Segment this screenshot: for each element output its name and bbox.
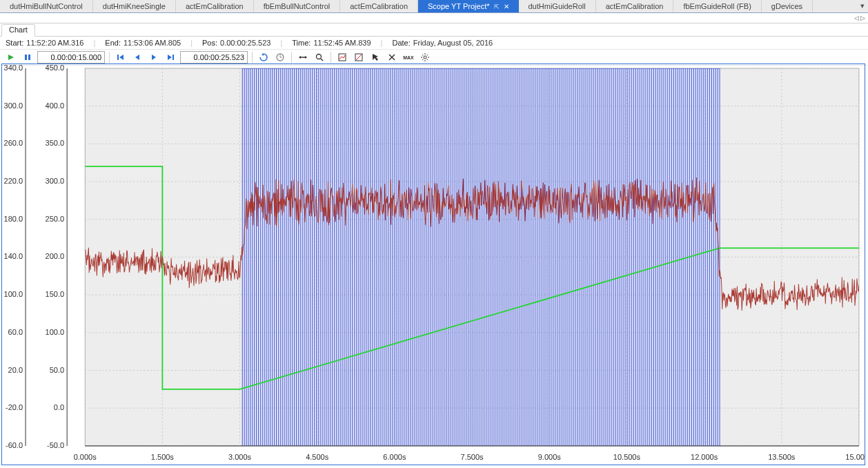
doc-tab[interactable]: gDevices bbox=[762, 0, 813, 12]
doc-tab[interactable]: fbEmGuideRoll (FB) bbox=[673, 0, 761, 12]
svg-line-29 bbox=[422, 55, 423, 55]
tab-overflow-button[interactable]: ▾ bbox=[857, 0, 868, 12]
svg-text:12.000s: 12.000s bbox=[691, 453, 718, 461]
svg-text:7.500s: 7.500s bbox=[461, 453, 484, 461]
skip-end-button[interactable] bbox=[164, 50, 177, 64]
svg-point-24 bbox=[424, 56, 426, 59]
tab-chart[interactable]: Chart bbox=[1, 24, 35, 37]
close-icon[interactable]: ✕ bbox=[504, 3, 509, 10]
pos-label: Pos: bbox=[202, 39, 217, 47]
svg-text:-50.0: -50.0 bbox=[47, 441, 64, 449]
document-tabstrip: dutHmiBullNutControldutHmiKneeSingleactE… bbox=[0, 0, 868, 13]
svg-rect-3 bbox=[117, 55, 119, 60]
svg-text:-60.0: -60.0 bbox=[6, 441, 23, 449]
svg-text:100.0: 100.0 bbox=[4, 290, 23, 298]
play-button[interactable] bbox=[4, 50, 18, 64]
svg-text:450.0: 450.0 bbox=[46, 64, 65, 72]
svg-text:13.500s: 13.500s bbox=[768, 453, 796, 461]
svg-text:60.0: 60.0 bbox=[8, 328, 23, 336]
svg-text:140.0: 140.0 bbox=[4, 252, 23, 260]
svg-marker-21 bbox=[373, 54, 378, 61]
step-forward-button[interactable] bbox=[147, 50, 161, 64]
svg-marker-7 bbox=[168, 55, 172, 60]
svg-marker-15 bbox=[305, 56, 307, 59]
skip-start-button[interactable] bbox=[114, 50, 128, 64]
svg-text:180.0: 180.0 bbox=[4, 215, 23, 223]
svg-text:4.500s: 4.500s bbox=[306, 453, 329, 461]
svg-marker-9 bbox=[262, 53, 264, 56]
pin-icon[interactable]: ⇱ bbox=[494, 3, 500, 10]
nav-prev-icon[interactable]: ◁ bbox=[854, 14, 859, 21]
zoom-fit-button[interactable] bbox=[313, 50, 326, 64]
svg-text:6.000s: 6.000s bbox=[383, 453, 406, 461]
svg-marker-4 bbox=[119, 55, 124, 60]
svg-text:400.0: 400.0 bbox=[46, 101, 65, 110]
date-label: Date: bbox=[392, 39, 410, 47]
svg-line-31 bbox=[427, 55, 428, 55]
svg-marker-6 bbox=[152, 55, 156, 60]
end-label: End: bbox=[105, 39, 121, 47]
svg-text:3.000s: 3.000s bbox=[228, 453, 252, 461]
start-value: 11:52:20 AM.316 bbox=[26, 39, 83, 47]
date-value: Friday, August 05, 2016 bbox=[413, 39, 493, 47]
doc-tab[interactable]: actEmCalibration bbox=[340, 0, 418, 12]
svg-text:220.0: 220.0 bbox=[4, 177, 23, 185]
doc-tab[interactable]: actEmCalibration bbox=[176, 0, 254, 12]
pause-button[interactable] bbox=[21, 50, 34, 64]
nav-next-icon[interactable]: ▷ bbox=[860, 14, 865, 21]
svg-text:15.000s: 15.000s bbox=[845, 453, 865, 461]
clock-button[interactable] bbox=[273, 50, 287, 64]
svg-rect-8 bbox=[172, 55, 174, 60]
start-label: Start: bbox=[6, 39, 23, 47]
svg-text:340.0: 340.0 bbox=[4, 64, 23, 72]
svg-rect-1 bbox=[25, 55, 27, 60]
svg-text:0.0: 0.0 bbox=[54, 403, 64, 411]
step-back-button[interactable] bbox=[130, 50, 144, 64]
subtab-row: Chart bbox=[0, 23, 868, 37]
doc-tab[interactable]: actEmCalibration bbox=[596, 0, 674, 12]
time-label: Time: bbox=[292, 39, 310, 47]
doc-tab[interactable]: dutHmiKneeSingle bbox=[93, 0, 176, 12]
chart-mode-2-button[interactable] bbox=[352, 50, 366, 64]
doc-tab[interactable]: dutHmiBullNutControl bbox=[0, 0, 93, 12]
svg-text:300.0: 300.0 bbox=[46, 177, 65, 185]
svg-text:350.0: 350.0 bbox=[46, 139, 65, 147]
pos-value: 0.00:00:25.523 bbox=[220, 39, 270, 47]
svg-text:-20.0: -20.0 bbox=[6, 403, 23, 411]
tab-nav-arrows: ◁ ▷ bbox=[0, 13, 868, 23]
clear-button[interactable] bbox=[385, 50, 399, 64]
svg-text:250.0: 250.0 bbox=[46, 215, 65, 223]
svg-text:9.000s: 9.000s bbox=[538, 453, 562, 461]
svg-text:0.000s: 0.000s bbox=[74, 453, 97, 461]
max-button[interactable]: MAX bbox=[402, 50, 415, 64]
chart-canvas[interactable]: 0.000s1.500s3.000s4.500s6.000s7.500s9.00… bbox=[2, 64, 865, 465]
doc-tab[interactable]: dutHmiGuideRoll bbox=[519, 0, 596, 12]
svg-marker-14 bbox=[299, 56, 301, 59]
svg-rect-2 bbox=[28, 55, 30, 60]
svg-text:100.0: 100.0 bbox=[46, 328, 65, 336]
info-bar: Start: 11:52:20 AM.316 | End: 11:53:06 A… bbox=[0, 37, 868, 50]
svg-line-17 bbox=[321, 59, 323, 61]
svg-point-16 bbox=[317, 55, 322, 59]
duration-input[interactable] bbox=[37, 51, 105, 64]
svg-text:10.500s: 10.500s bbox=[613, 453, 641, 461]
time-value: 11:52:45 AM.839 bbox=[313, 39, 371, 47]
svg-line-30 bbox=[427, 59, 428, 60]
end-value: 11:53:06 AM.805 bbox=[124, 39, 181, 47]
pan-x-button[interactable] bbox=[296, 50, 310, 64]
svg-text:20.0: 20.0 bbox=[8, 366, 23, 374]
svg-text:260.0: 260.0 bbox=[4, 139, 23, 147]
settings-button[interactable] bbox=[418, 50, 432, 64]
doc-tab[interactable]: fbEmBullNutControl bbox=[254, 0, 341, 12]
svg-line-32 bbox=[422, 59, 423, 60]
chart-mode-1-button[interactable] bbox=[335, 50, 349, 64]
position-input[interactable] bbox=[180, 51, 248, 64]
svg-text:200.0: 200.0 bbox=[46, 252, 65, 260]
cursor-button[interactable] bbox=[368, 50, 382, 64]
svg-text:50.0: 50.0 bbox=[50, 366, 64, 374]
doc-tab[interactable]: Scope YT Project*⇱✕ bbox=[418, 0, 518, 12]
refresh-button[interactable] bbox=[257, 50, 270, 64]
svg-text:300.0: 300.0 bbox=[4, 101, 23, 110]
svg-text:1.500s: 1.500s bbox=[151, 453, 175, 461]
svg-marker-5 bbox=[135, 55, 139, 60]
